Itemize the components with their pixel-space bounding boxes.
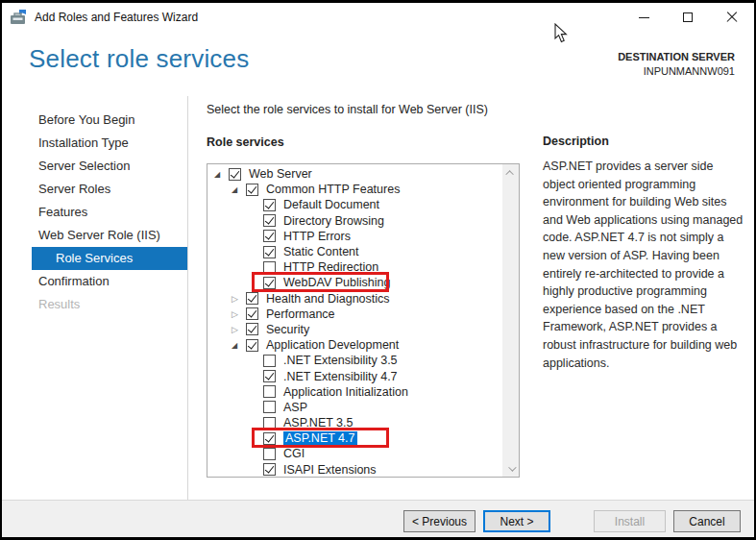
checkbox-net-extensibility-4-7[interactable] <box>263 370 276 382</box>
checkbox-default-document[interactable] <box>263 199 276 211</box>
checkbox-isapi-extensions[interactable] <box>263 463 276 476</box>
next-button[interactable]: Next > <box>483 510 550 532</box>
tree-item-performance[interactable]: ▷Performance <box>207 307 502 322</box>
sidebar-item-server-selection[interactable]: Server Selection <box>0 155 187 178</box>
sidebar-item-confirmation[interactable]: Confirmation <box>0 270 187 293</box>
tree-expand-icon[interactable]: ▷ <box>232 294 246 304</box>
close-button[interactable] <box>710 3 754 32</box>
tree-item-label[interactable]: ASP.NET 3.5 <box>283 416 354 430</box>
titlebar: Add Roles and Features Wizard <box>2 3 754 32</box>
tree-item-label[interactable]: Security <box>266 323 309 336</box>
minimize-button[interactable] <box>622 3 666 32</box>
tree-item-label[interactable]: ISAPI Extensions <box>283 463 377 477</box>
checkbox-http-redirection[interactable] <box>263 261 276 274</box>
install-button: Install <box>594 510 666 532</box>
tree-item-net-extensibility-4-7[interactable]: .NET Extensibility 4.7 <box>207 368 502 383</box>
tree-item-label[interactable]: Health and Diagnostics <box>266 292 390 306</box>
tree-item-cgi[interactable]: CGI <box>207 446 502 461</box>
tree-item-label[interactable]: WebDAV Publishing <box>283 276 390 289</box>
maximize-icon <box>683 12 693 22</box>
tree-item-label[interactable]: Application Development <box>266 338 399 352</box>
destination-server-label: DESTINATION SERVER <box>618 50 735 64</box>
tree-item-web-server[interactable]: ◢Web Server <box>207 166 502 182</box>
previous-button[interactable]: < Previous <box>403 510 476 532</box>
tree-collapse-icon[interactable]: ◢ <box>214 170 229 179</box>
tree-rows: ◢Web Server◢Common HTTP FeaturesDefault … <box>207 166 502 478</box>
checkbox-application-initialization[interactable] <box>263 385 276 398</box>
checkbox-asp-net-3-5[interactable] <box>263 417 276 430</box>
tree-item-label[interactable]: Web Server <box>249 167 312 181</box>
checkbox-static-content[interactable] <box>263 246 276 258</box>
maximize-button[interactable] <box>666 3 710 32</box>
tree-item-label[interactable]: ASP.NET 4.7 <box>283 431 357 445</box>
tree-item-label[interactable]: ASP <box>283 401 307 414</box>
tree-item-label[interactable]: Performance <box>266 307 335 321</box>
sidebar-item-installation-type[interactable]: Installation Type <box>0 132 187 155</box>
checkbox-application-development[interactable] <box>246 339 258 352</box>
sidebar-item-web-server-role-iis[interactable]: Web Server Role (IIS) <box>0 224 187 247</box>
tree-item-asp-net-4-7[interactable]: ASP.NET 4.7 <box>207 430 502 446</box>
tree-item-security[interactable]: ▷Security <box>207 322 502 337</box>
tree-item-label[interactable]: .NET Extensibility 3.5 <box>283 354 398 367</box>
sidebar-divider <box>187 96 188 500</box>
sidebar-item-before-you-begin[interactable]: Before You Begin <box>0 109 187 132</box>
chevron-down-icon <box>508 463 516 471</box>
sidebar: Before You BeginInstallation TypeServer … <box>0 96 187 316</box>
tree-item-application-development[interactable]: ◢Application Development <box>207 337 502 353</box>
tree-scrollbar[interactable] <box>502 164 519 477</box>
sidebar-item-server-roles[interactable]: Server Roles <box>0 178 187 201</box>
tree-item-label[interactable]: Directory Browsing <box>283 214 384 228</box>
tree-item-label[interactable]: Default Document <box>283 198 379 211</box>
scroll-down-button[interactable] <box>502 460 519 477</box>
window-title: Add Roles and Features Wizard <box>35 11 198 24</box>
checkbox-web-server[interactable] <box>229 168 241 181</box>
checkbox-common-http-features[interactable] <box>246 184 258 196</box>
checkbox-http-errors[interactable] <box>263 230 276 242</box>
tree-item-label[interactable]: .NET Extensibility 4.7 <box>283 370 398 383</box>
checkbox-directory-browsing[interactable] <box>263 214 276 227</box>
scroll-up-button[interactable] <box>502 164 519 181</box>
tree-item-label[interactable]: Application Initialization <box>283 385 408 399</box>
checkbox-cgi[interactable] <box>263 448 276 460</box>
description-panel: Description ASP.NET provides a server si… <box>543 135 745 372</box>
tree-item-isapi-extensions[interactable]: ISAPI Extensions <box>207 462 502 478</box>
instruction-text: Select the role services to install for … <box>207 103 488 116</box>
checkbox-security[interactable] <box>246 323 258 335</box>
checkbox-health-and-diagnostics[interactable] <box>246 292 258 305</box>
tree-expand-icon[interactable]: ▷ <box>232 325 246 334</box>
tree-collapse-icon[interactable]: ◢ <box>232 341 246 350</box>
checkbox-asp-net-4-7[interactable] <box>263 432 276 445</box>
tree-expand-icon[interactable]: ▷ <box>232 309 246 319</box>
sidebar-item-features[interactable]: Features <box>0 201 187 224</box>
tree-collapse-icon[interactable]: ◢ <box>232 185 246 194</box>
tree-item-label[interactable]: HTTP Redirection <box>283 260 378 274</box>
checkbox-asp[interactable] <box>263 401 276 413</box>
tree-item-http-redirection[interactable]: HTTP Redirection <box>207 259 502 275</box>
tree-item-webdav-publishing[interactable]: WebDAV Publishing <box>207 275 502 290</box>
role-services-label: Role services <box>207 135 284 149</box>
cancel-button[interactable]: Cancel <box>673 510 741 532</box>
tree-item-asp-net-3-5[interactable]: ASP.NET 3.5 <box>207 415 502 430</box>
chevron-up-icon <box>505 170 513 178</box>
sidebar-item-role-services[interactable]: Role Services <box>32 247 187 270</box>
tree-item-label[interactable]: CGI <box>283 447 305 460</box>
footer-bar: < PreviousNext >InstallCancel <box>0 500 756 540</box>
checkbox-performance[interactable] <box>246 307 258 320</box>
tree-item-default-document[interactable]: Default Document <box>207 197 502 212</box>
tree-item-label[interactable]: HTTP Errors <box>283 230 351 243</box>
tree-item-common-http-features[interactable]: ◢Common HTTP Features <box>207 182 502 197</box>
tree-item-net-extensibility-3-5[interactable]: .NET Extensibility 3.5 <box>207 353 502 368</box>
tree-item-asp[interactable]: ASP <box>207 400 502 415</box>
tree-item-health-and-diagnostics[interactable]: ▷Health and Diagnostics <box>207 291 502 307</box>
tree-item-label[interactable]: Static Content <box>283 245 359 258</box>
tree-item-application-initialization[interactable]: Application Initialization <box>207 384 502 400</box>
checkbox-webdav-publishing[interactable] <box>263 277 276 289</box>
tree-item-static-content[interactable]: Static Content <box>207 244 502 259</box>
sidebar-item-results: Results <box>0 293 187 316</box>
add-roles-features-wizard-window: Add Roles and Features Wizard Select rol… <box>0 0 756 540</box>
checkbox-net-extensibility-3-5[interactable] <box>263 355 276 367</box>
tree-item-directory-browsing[interactable]: Directory Browsing <box>207 213 502 229</box>
tree-item-http-errors[interactable]: HTTP Errors <box>207 229 502 244</box>
tree-item-label[interactable]: Common HTTP Features <box>266 183 400 196</box>
role-services-tree[interactable]: ◢Web Server◢Common HTTP FeaturesDefault … <box>207 163 520 478</box>
